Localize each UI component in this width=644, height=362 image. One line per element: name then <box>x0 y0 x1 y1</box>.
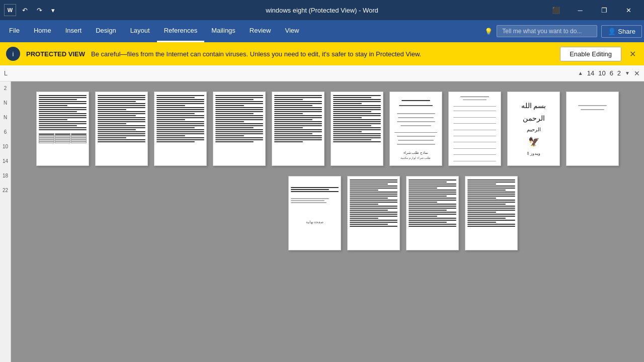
page-thumbnail-8[interactable] <box>448 92 501 166</box>
page-thumbnail-3[interactable] <box>154 92 207 166</box>
ribbon-search-area: 💡 👤 Share <box>485 20 642 42</box>
sidebar-num-22: 22 <box>3 188 8 193</box>
share-icon: 👤 <box>608 28 616 35</box>
nav-number-6: 6 <box>610 69 613 77</box>
pages-container[interactable]: نماذج طلب شراء طلب شراء لوازم مكتبية <box>11 81 644 362</box>
quick-access-dropdown[interactable]: ▾ <box>48 5 58 16</box>
redo-button[interactable]: ↷ <box>34 5 45 16</box>
page-thumbnail-6[interactable] <box>331 92 383 166</box>
page-content-8 <box>449 92 501 165</box>
sidebar-num-14: 14 <box>3 158 8 164</box>
page-thumbnail-13[interactable] <box>406 176 459 250</box>
page-thumbnail-2[interactable] <box>95 92 148 166</box>
page-content-6 <box>331 92 383 165</box>
tab-review[interactable]: Review <box>243 20 278 42</box>
page-content-13 <box>407 176 458 250</box>
sidebar-num-10: 10 <box>3 144 8 149</box>
sidebar-num-6: 6 <box>4 129 7 135</box>
page-thumbnail-7[interactable]: نماذج طلب شراء طلب شراء لوازم مكتبية <box>389 92 442 166</box>
page-content-5 <box>272 92 324 165</box>
protected-view-label: PROTECTED VIEW <box>26 50 85 58</box>
protected-view-icon: i <box>6 47 20 61</box>
page-thumbnail-11[interactable]: صفحة نهائية <box>288 176 341 250</box>
left-sidebar: 2 N N 6 10 14 18 22 <box>0 81 11 362</box>
page-content-3 <box>154 92 206 165</box>
window-controls: ⬛ ─ ❐ ✕ <box>544 3 640 18</box>
nav-controls: ▲ 14 10 6 2 ▼ ✕ <box>578 69 640 77</box>
minimize-button[interactable]: ─ <box>569 3 592 18</box>
tab-mailings[interactable]: Mailings <box>204 20 243 42</box>
share-button[interactable]: 👤 Share <box>601 25 642 38</box>
sub-toolbar: L ▲ 14 10 6 2 ▼ ✕ <box>0 65 644 81</box>
page-content-7: نماذج طلب شراء طلب شراء لوازم مكتبية <box>390 92 442 165</box>
window-title: windows eight (Protected View) - Word <box>266 7 378 14</box>
document-area: 2 N N 6 10 14 18 22 <box>0 81 644 362</box>
word-icon: W <box>4 4 16 16</box>
tab-references[interactable]: References <box>157 20 204 42</box>
enable-editing-button[interactable]: Enable Editing <box>560 47 621 61</box>
ribbon: File Home Insert Design Layout Reference… <box>0 20 644 42</box>
page-thumbnail-12[interactable] <box>347 176 400 250</box>
protected-bar-close-button[interactable]: ✕ <box>627 47 638 61</box>
close-button[interactable]: ✕ <box>617 3 640 18</box>
sidebar-num-18: 18 <box>3 173 8 178</box>
page-content-1 <box>37 92 89 165</box>
restore-button[interactable]: ❐ <box>593 3 616 18</box>
search-icon: 💡 <box>485 28 493 35</box>
title-bar: W ↶ ↷ ▾ windows eight (Protected View) -… <box>0 0 644 20</box>
title-bar-left: W ↶ ↷ ▾ <box>4 4 58 16</box>
sidebar-num-2: 2 <box>4 85 7 91</box>
tab-file[interactable]: File <box>2 20 27 42</box>
nav-number-14: 14 <box>587 69 594 77</box>
nav-up-triangle[interactable]: ▲ <box>578 70 583 76</box>
page-thumbnail-14[interactable] <box>465 176 518 250</box>
tab-insert[interactable]: Insert <box>58 20 89 42</box>
undo-button[interactable]: ↶ <box>19 5 31 16</box>
page-thumbnail-4[interactable] <box>213 92 266 166</box>
page-thumbnail-1[interactable] <box>36 92 89 166</box>
sidebar-num-n1: N <box>4 100 7 106</box>
page-thumbnail-10[interactable] <box>566 92 619 166</box>
tab-layout[interactable]: Layout <box>123 20 157 42</box>
page-content-9: بسم الله الرحمن الرحيم 🦅 ويندوز 8 <box>508 92 559 165</box>
sidebar-num-n2: N <box>4 115 7 120</box>
page-content-11: صفحة نهائية <box>289 176 341 250</box>
page-thumbnail-5[interactable] <box>272 92 325 166</box>
ribbon-display-button[interactable]: ⬛ <box>544 3 568 18</box>
tab-home[interactable]: Home <box>27 20 58 42</box>
protected-view-message: Be careful—files from the Internet can c… <box>91 50 554 58</box>
nav-number-2: 2 <box>617 69 621 77</box>
ruler-icon: L <box>4 70 14 77</box>
page-content-12 <box>348 176 399 250</box>
page-content-4 <box>213 92 265 165</box>
page-content-10 <box>567 92 618 165</box>
ribbon-search-input[interactable] <box>497 25 597 37</box>
nav-down-triangle[interactable]: ▼ <box>625 70 630 76</box>
pages-row-1: نماذج طلب شراء طلب شراء لوازم مكتبية <box>36 92 619 166</box>
tab-design[interactable]: Design <box>89 20 123 42</box>
protected-view-bar: i PROTECTED VIEW Be careful—files from t… <box>0 42 644 65</box>
nav-number-10: 10 <box>598 69 605 77</box>
nav-close-button[interactable]: ✕ <box>634 69 640 77</box>
pages-row-2: صفحة نهائية <box>137 176 518 250</box>
page-content-14 <box>465 176 517 250</box>
page-thumbnail-9[interactable]: بسم الله الرحمن الرحيم 🦅 ويندوز 8 <box>507 92 560 166</box>
page-content-2 <box>96 92 147 165</box>
tab-view[interactable]: View <box>278 20 306 42</box>
